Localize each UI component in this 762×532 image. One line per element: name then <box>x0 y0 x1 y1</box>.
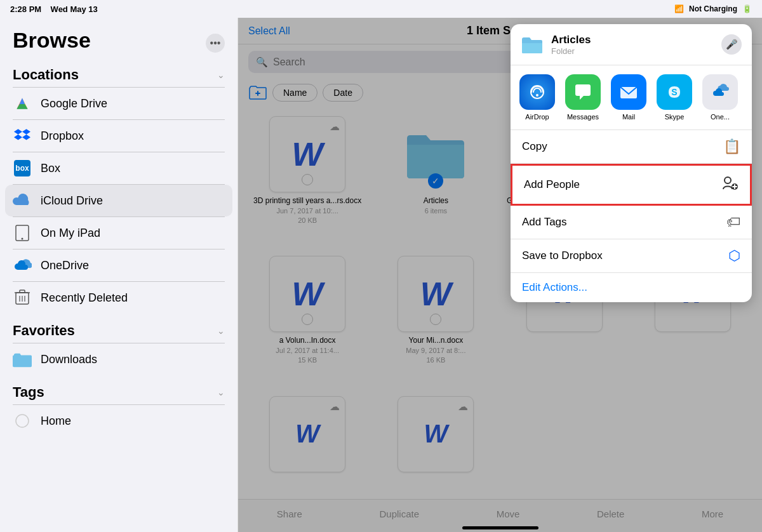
svg-point-4 <box>22 238 23 240</box>
svg-point-22 <box>725 177 731 183</box>
sidebar-item-label: Downloads <box>41 353 97 366</box>
mail-label: Mail <box>622 113 635 121</box>
messages-label: Messages <box>567 113 599 121</box>
google-drive-icon <box>13 94 32 113</box>
skype-label: Skype <box>665 113 685 121</box>
edit-actions-label: Edit Actions... <box>522 281 587 294</box>
svg-point-11 <box>16 415 29 427</box>
sidebar-item-label: iCloud Drive <box>41 194 103 208</box>
tags-title: Tags <box>13 384 44 401</box>
locations-section-header: Locations ⌄ <box>0 58 237 87</box>
airdrop-app-icon <box>519 74 555 110</box>
share-action-edit-actions[interactable]: Edit Actions... <box>511 273 752 302</box>
mail-app-icon <box>611 74 646 110</box>
airdrop-label: AirDrop <box>525 113 549 121</box>
home-tag-icon <box>13 411 32 430</box>
status-bar: 2:28 PM Wed May 13 📶 Not Charging 🔋 <box>0 0 762 18</box>
sidebar-item-home-tag[interactable]: Home <box>0 405 237 437</box>
share-folder-info: Articles Folder <box>551 34 721 56</box>
trash-icon <box>13 288 32 307</box>
sidebar-item-label: Home <box>41 415 71 428</box>
share-action-add-people[interactable]: Add People <box>511 164 752 206</box>
add-tags-label: Add Tags <box>522 216 567 229</box>
battery-icon: 🔋 <box>742 4 752 13</box>
sidebar-item-google-drive[interactable]: Google Drive <box>0 88 237 119</box>
sidebar-item-label: On My iPad <box>41 227 100 240</box>
sidebar-item-label: Google Drive <box>41 97 107 110</box>
sidebar-item-on-my-ipad[interactable]: On My iPad <box>0 217 237 249</box>
onedrive-label: One... <box>711 113 730 121</box>
sidebar-item-dropbox[interactable]: Dropbox <box>0 120 237 152</box>
share-action-add-tags[interactable]: Add Tags <box>511 206 752 239</box>
share-mic-button[interactable]: 🎤 <box>721 34 742 55</box>
skype-app-icon: S <box>657 74 692 110</box>
status-time-date: 2:28 PM Wed May 13 <box>10 4 98 14</box>
share-sheet-header: Articles Folder 🎤 <box>511 24 752 65</box>
downloads-folder-icon <box>13 350 32 369</box>
sidebar-item-label: Dropbox <box>41 130 84 143</box>
sidebar: Browse ••• Locations ⌄ Go <box>0 18 238 532</box>
sidebar-item-label: Recently Deleted <box>41 291 128 305</box>
box-app-icon: box <box>13 159 32 178</box>
share-folder-type: Folder <box>551 46 721 56</box>
more-icon: ••• <box>210 37 221 49</box>
share-overlay: Articles Folder 🎤 <box>238 18 762 532</box>
status-date: Wed May 13 <box>51 4 98 14</box>
share-action-copy[interactable]: Copy <box>511 130 752 164</box>
share-sheet: Articles Folder 🎤 <box>511 24 752 302</box>
share-app-mail[interactable]: Mail <box>608 74 649 121</box>
svg-text:S: S <box>671 87 677 97</box>
icloud-icon <box>13 191 32 210</box>
sidebar-item-box[interactable]: box Box <box>0 152 237 184</box>
share-app-onedrive[interactable]: One... <box>700 74 740 121</box>
share-folder-icon <box>521 33 544 56</box>
onedrive-app-icon <box>702 74 738 110</box>
onedrive-icon <box>13 256 32 275</box>
share-app-skype[interactable]: S Skype <box>654 74 695 121</box>
sidebar-title: Browse <box>13 28 91 53</box>
sidebar-header: Browse ••• <box>0 18 237 58</box>
tags-section-header: Tags ⌄ <box>0 375 237 404</box>
share-apps-row: AirDrop Messages <box>511 65 752 130</box>
dropbox-icon <box>13 126 32 145</box>
status-icons: 📶 Not Charging 🔋 <box>674 4 752 13</box>
svg-point-19 <box>536 94 538 96</box>
sidebar-item-onedrive[interactable]: OneDrive <box>0 249 237 281</box>
add-person-icon <box>721 174 739 196</box>
main-layout: Browse ••• Locations ⌄ Go <box>0 18 762 532</box>
sidebar-item-label: OneDrive <box>41 259 89 272</box>
favorites-chevron[interactable]: ⌄ <box>217 326 225 336</box>
favorites-section-header: Favorites ⌄ <box>0 314 237 343</box>
locations-chevron[interactable]: ⌄ <box>217 70 225 80</box>
sidebar-item-icloud-drive[interactable]: iCloud Drive <box>5 185 232 216</box>
copy-icon <box>723 138 740 155</box>
sidebar-item-downloads[interactable]: Downloads <box>0 343 237 375</box>
svg-marker-0 <box>17 104 27 109</box>
share-folder-name: Articles <box>551 34 721 46</box>
dropbox-share-icon <box>728 248 740 264</box>
add-people-label: Add People <box>524 178 580 191</box>
copy-label: Copy <box>522 140 547 153</box>
locations-title: Locations <box>13 67 79 83</box>
svg-rect-7 <box>20 290 25 293</box>
tags-chevron[interactable]: ⌄ <box>217 387 225 397</box>
favorites-title: Favorites <box>13 323 75 339</box>
sidebar-item-label: Box <box>41 162 60 175</box>
share-app-messages[interactable]: Messages <box>563 74 603 121</box>
share-action-save-dropbox[interactable]: Save to Dropbox <box>511 239 752 273</box>
more-button[interactable]: ••• <box>206 34 225 53</box>
share-app-airdrop[interactable]: AirDrop <box>517 74 558 121</box>
tag-icon <box>726 214 740 230</box>
save-dropbox-label: Save to Dropbox <box>522 249 603 262</box>
ipad-icon <box>13 223 32 243</box>
status-time: 2:28 PM <box>10 4 41 14</box>
sidebar-item-recently-deleted[interactable]: Recently Deleted <box>0 282 237 314</box>
status-charging: Not Charging <box>689 4 737 13</box>
messages-app-icon <box>565 74 601 110</box>
content-area: Select All 1 Item Selected Done 🔍 🎤 Name… <box>238 18 762 532</box>
wifi-icon: 📶 <box>674 4 684 13</box>
